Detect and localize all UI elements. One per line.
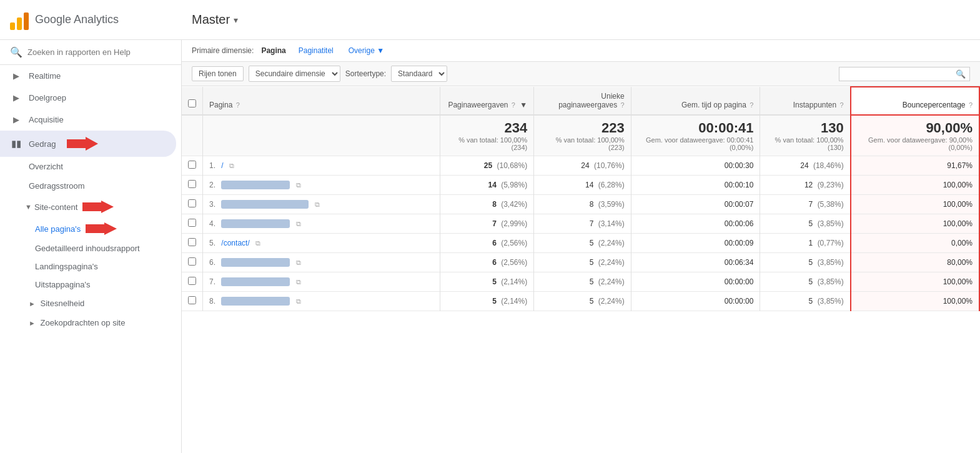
dim-overige-button[interactable]: Overige ▼ xyxy=(344,45,389,56)
row-5-paginaweergaven: 6 (2,56%) xyxy=(440,234,534,253)
table-row: 8. ⧉ 5 (2,14%) 5 (2,24%) 00:00:00 5 (3,8… xyxy=(182,292,979,311)
row-8-gem-tijd: 00:00:00 xyxy=(631,292,760,311)
row-2-paginaweergaven: 14 (5,98%) xyxy=(440,176,534,195)
secundaire-dimensie-select[interactable]: Secundaire dimensie xyxy=(249,66,340,82)
table-row: 7. ⧉ 5 (2,14%) 5 (2,24%) 00:00:00 5 (3,8… xyxy=(182,272,979,292)
row-2-instappunten: 12 (9,23%) xyxy=(760,176,851,195)
header-checkbox-cell xyxy=(182,87,203,115)
select-all-checkbox[interactable] xyxy=(188,99,196,107)
summary-instappunten: 130 % van totaal: 100,00% (130) xyxy=(760,115,851,156)
table-row: 5. /contact/ ⧉ 6 (2,56%) 5 (2,24%) 00:00… xyxy=(182,234,979,253)
row-6-blurred-url xyxy=(221,258,290,267)
row-7-copy-icon[interactable]: ⧉ xyxy=(296,278,301,286)
sorteertype-label: Sorteertype: xyxy=(345,69,386,78)
row-2-page: 2. ⧉ xyxy=(203,176,440,195)
row-8-copy-icon[interactable]: ⧉ xyxy=(296,297,301,305)
row-1-instappunten: 24 (18,46%) xyxy=(760,156,851,176)
paginaweergaven-help-icon[interactable]: ? xyxy=(512,101,515,109)
app-header: Google Analytics Master ▾ xyxy=(0,0,980,40)
summary-unieke: 223 % van totaal: 100,00% (223) xyxy=(534,115,631,156)
row-1-gem-tijd: 00:00:30 xyxy=(631,156,760,176)
search-bar[interactable]: 🔍 xyxy=(0,40,181,65)
sidebar-item-sitesnelheid[interactable]: ► Sitesnelheid xyxy=(0,294,181,313)
row-5-checkbox[interactable] xyxy=(182,234,203,253)
row-3-blurred-url xyxy=(221,200,309,209)
row-2-unieke: 14 (6,28%) xyxy=(534,176,631,195)
svg-marker-0 xyxy=(67,137,98,151)
row-2-blurred-url xyxy=(221,181,290,189)
table-row: 2. ⧉ 14 (5,98%) 14 (6,28%) 00:00:10 12 (… xyxy=(182,176,979,195)
row-5-unieke: 5 (2,24%) xyxy=(534,234,631,253)
app-title: Google Analytics xyxy=(35,13,119,26)
unieke-help-icon[interactable]: ? xyxy=(621,101,625,109)
row-1-page-link[interactable]: / xyxy=(221,161,223,170)
sidebar-label-doelgroep: Doelgroep xyxy=(29,93,66,102)
row-6-checkbox[interactable] xyxy=(182,253,203,272)
row-7-blurred-url xyxy=(221,277,290,286)
sidebar-label-realtime: Realtime xyxy=(29,71,61,81)
row-2-copy-icon[interactable]: ⧉ xyxy=(296,181,301,189)
row-3-checkbox[interactable] xyxy=(182,195,203,214)
bounce-help-icon[interactable]: ? xyxy=(969,101,973,109)
row-4-checkbox[interactable] xyxy=(182,214,203,234)
instappunten-help-icon[interactable]: ? xyxy=(840,101,844,109)
sidebar-label-landingspaginas: Landingspagina's xyxy=(35,262,98,271)
account-dropdown-icon[interactable]: ▾ xyxy=(234,15,238,25)
row-5-gem-tijd: 00:00:09 xyxy=(631,234,760,253)
search-input[interactable] xyxy=(27,47,171,57)
row-2-checkbox[interactable] xyxy=(182,176,203,195)
row-5-copy-icon[interactable]: ⧉ xyxy=(255,239,260,247)
main-content: Primaire dimensie: Pagina Paginatitel Ov… xyxy=(182,40,980,453)
row-6-paginaweergaven: 6 (2,56%) xyxy=(440,253,534,272)
row-4-copy-icon[interactable]: ⧉ xyxy=(296,220,301,227)
header-pagina: Pagina ? xyxy=(203,87,440,115)
row-8-bounce: 100,00% xyxy=(851,292,979,311)
sidebar-item-uitstappaginas[interactable]: Uitstappagina's xyxy=(0,276,181,294)
sidebar-item-acquisitie[interactable]: ▶ Acquisitie xyxy=(0,109,181,131)
sidebar-label-uitstappaginas: Uitstappagina's xyxy=(35,280,90,289)
row-1-paginaweergaven: 25 (10,68%) xyxy=(440,156,534,176)
rijen-tonen-button[interactable]: Rijen tonen xyxy=(192,66,244,81)
sidebar-item-gedragsstroom[interactable]: Gedragsstroom xyxy=(0,176,181,196)
sidebar-item-zoekopdrachten[interactable]: ► Zoekopdrachten op site xyxy=(0,313,181,332)
row-6-instappunten: 5 (3,85%) xyxy=(760,253,851,272)
sorteertype-select[interactable]: Standaard xyxy=(391,66,447,82)
gem-tijd-help-icon[interactable]: ? xyxy=(750,101,753,109)
table-search-input[interactable] xyxy=(843,69,956,78)
sidebar-label-gedetailleerd: Gedetailleerd inhoudsrapport xyxy=(35,244,140,253)
row-8-page: 8. ⧉ xyxy=(203,292,440,311)
acquisition-icon: ▶ xyxy=(10,115,22,124)
sidebar-item-gedetailleerd[interactable]: Gedetailleerd inhoudsrapport xyxy=(0,239,181,257)
table-row: 6. ⧉ 6 (2,56%) 5 (2,24%) 00:06:34 5 (3,8… xyxy=(182,253,979,272)
row-6-copy-icon[interactable]: ⧉ xyxy=(296,259,301,266)
sidebar-item-alle-paginas[interactable]: Alle pagina's xyxy=(0,218,181,239)
summary-gem-tijd: 00:00:41 Gem. voor dataweergave: 00:00:4… xyxy=(631,115,760,156)
sidebar-label-acquisitie: Acquisitie xyxy=(29,115,64,124)
sidebar-item-gedrag[interactable]: ▮▮ Gedrag xyxy=(0,131,176,157)
sidebar-item-realtime[interactable]: ▶ Realtime xyxy=(0,65,181,87)
data-table: Pagina ? Paginaweergaven ? ▼ Unieke pagi… xyxy=(182,86,980,311)
dim-paginatitel-button[interactable]: Paginatitel xyxy=(294,45,339,56)
svg-marker-2 xyxy=(86,222,117,235)
row-1-checkbox[interactable] xyxy=(182,156,203,176)
header-paginaweergaven[interactable]: Paginaweergaven ? ▼ xyxy=(440,87,534,115)
sidebar-item-overzicht[interactable]: Overzicht xyxy=(0,157,181,176)
dim-pagina-button[interactable]: Pagina xyxy=(259,45,288,56)
account-selector[interactable]: Master ▾ xyxy=(192,12,238,27)
row-6-unieke: 5 (2,24%) xyxy=(534,253,631,272)
row-8-checkbox[interactable] xyxy=(182,292,203,311)
header-bounce: Bouncepercentage ? xyxy=(851,87,979,115)
row-3-copy-icon[interactable]: ⧉ xyxy=(315,201,320,208)
sidebar-item-landingspaginas[interactable]: Landingspagina's xyxy=(0,257,181,276)
sidebar-item-site-content[interactable]: ▼ Site-content xyxy=(0,196,181,218)
row-6-bounce: 80,00% xyxy=(851,253,979,272)
body-layout: 🔍 ▶ Realtime ▶ Doelgroep ▶ Acquisitie ▮▮… xyxy=(0,40,980,453)
sidebar-item-doelgroep[interactable]: ▶ Doelgroep xyxy=(0,87,181,109)
row-4-paginaweergaven: 7 (2,99%) xyxy=(440,214,534,234)
row-1-copy-icon[interactable]: ⧉ xyxy=(229,162,234,169)
toolbar-search-box[interactable]: 🔍 xyxy=(839,67,970,81)
row-5-page-link[interactable]: /contact/ xyxy=(221,239,249,247)
row-7-checkbox[interactable] xyxy=(182,272,203,292)
header-unieke: Unieke paginaweergaves ? xyxy=(534,87,631,115)
pagina-help-icon[interactable]: ? xyxy=(236,101,240,109)
